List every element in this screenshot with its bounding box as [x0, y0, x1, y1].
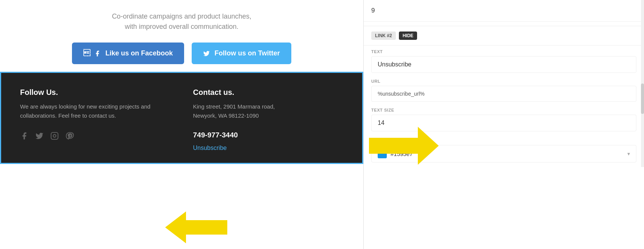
twitter-button[interactable]: Follow us on Twitter: [192, 43, 291, 64]
text-field-label: TEXT: [364, 46, 644, 54]
text-size-value[interactable]: 14: [371, 115, 636, 131]
twitter-btn-label: Follow us on Twitter: [214, 49, 280, 57]
contact-column: Contact us. King street, 2901 Marmara ro…: [193, 88, 344, 151]
contact-heading: Contact us.: [193, 88, 344, 97]
follow-text: We are always looking for new exciting p…: [20, 102, 170, 120]
scrollbar-thumb[interactable]: [641, 84, 644, 114]
link-badge[interactable]: LINK #2: [371, 32, 396, 40]
pinterest-social-icon[interactable]: [66, 132, 74, 142]
scrollbar-track[interactable]: [641, 0, 644, 167]
follow-heading: Follow Us.: [20, 88, 170, 97]
unsubscribe-link[interactable]: Unsubscribe: [193, 145, 227, 151]
facebook-icon: : [83, 49, 90, 57]
url-field-label: URL: [364, 75, 644, 84]
chevron-down-icon[interactable]: ▾: [627, 151, 630, 157]
twitter-social-icon[interactable]: [35, 132, 44, 142]
contact-phone: 749-977-3440: [193, 129, 344, 141]
twitter-icon: [203, 50, 210, 57]
facebook-icon: [94, 50, 101, 57]
url-field-value[interactable]: %unsubscribe_url%: [371, 86, 636, 102]
arrow-left-indicator: [186, 220, 227, 235]
properties-panel: 9 LINK #2 HIDE TEXT Unsubscribe URL %uns…: [364, 0, 644, 249]
follow-column: Follow Us. We are always looking for new…: [20, 88, 170, 151]
text-field-value[interactable]: Unsubscribe: [371, 56, 636, 73]
text-size-label: TEXT SIZE: [364, 104, 644, 112]
contact-address: King street, 2901 Marmara road, Newyork,…: [193, 102, 344, 120]
facebook-social-icon[interactable]: [20, 132, 28, 142]
number-field: 9: [364, 0, 644, 22]
instagram-social-icon[interactable]: [50, 132, 59, 142]
svg-rect-0: [51, 132, 58, 139]
link-badges-row: LINK #2 HIDE: [364, 26, 644, 46]
subtitle-text: Co-ordinate campaigns and product launch…: [15, 11, 348, 32]
facebook-button[interactable]:  Like us on Facebook: [72, 43, 184, 64]
number-value: 9: [371, 7, 375, 14]
facebook-btn-label: Like us on Facebook: [105, 49, 173, 57]
hide-badge[interactable]: HIDE: [399, 32, 417, 40]
arrow-right-indicator: [369, 138, 418, 154]
